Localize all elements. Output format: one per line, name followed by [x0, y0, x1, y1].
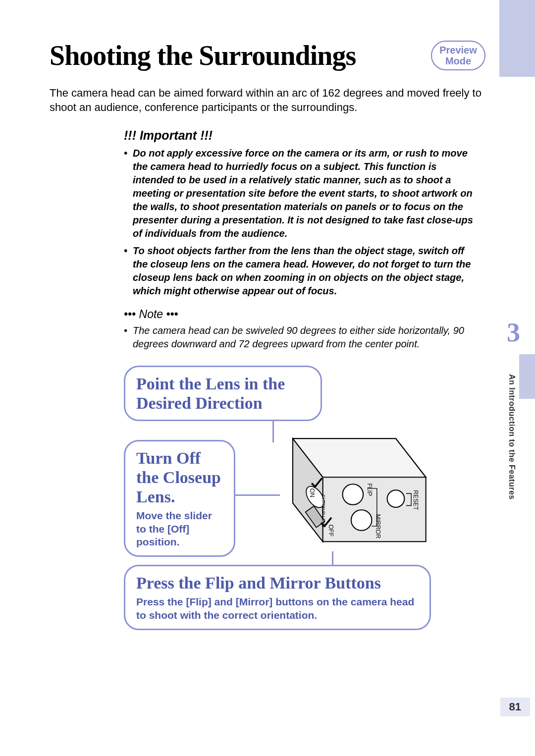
- header-row: Shooting the Surroundings Preview Mode: [50, 40, 485, 71]
- svg-point-5: [343, 484, 364, 505]
- camera-head-illustration: ON OFF CLOSEUP LENS FLIP MIRROR RESET: [258, 430, 431, 559]
- device-label-on: ON: [309, 488, 316, 497]
- device-label-reset: RESET: [412, 490, 419, 511]
- note-item: The camera head can be swiveled 90 degre…: [124, 324, 476, 351]
- step-title: Point the Lens in the Desired Direction: [136, 374, 310, 413]
- page-content: Shooting the Surroundings Preview Mode T…: [0, 0, 535, 653]
- step-box-flip-mirror: Press the Flip and Mirror Buttons Press …: [124, 565, 431, 630]
- svg-point-6: [351, 510, 372, 531]
- important-heading: !!! Important !!!: [124, 128, 476, 143]
- page-number: 81: [500, 698, 530, 716]
- device-label-mirror: MIRROR: [374, 514, 381, 539]
- device-label-off: OFF: [327, 525, 334, 537]
- step-title: Press the Flip and Mirror Buttons: [136, 573, 419, 593]
- svg-point-7: [387, 490, 405, 508]
- step-subtitle: Press the [Flip] and [Mirror] buttons on…: [136, 595, 419, 622]
- step-box-point-lens: Point the Lens in the Desired Direction: [124, 366, 322, 421]
- step-subtitle: Move the slider to the [Off] position.: [136, 509, 223, 548]
- step-box-closeup-lens: Turn Off the Closeup Lens. Move the slid…: [124, 440, 235, 557]
- diagram-area: Point the Lens in the Desired Direction …: [124, 366, 485, 653]
- important-item: To shoot objects farther from the lens t…: [124, 244, 476, 298]
- note-list: The camera head can be swiveled 90 degre…: [124, 324, 476, 351]
- note-block: ••• Note ••• The camera head can be swiv…: [124, 308, 476, 351]
- important-list: Do not apply excessive force on the came…: [124, 147, 476, 298]
- device-label-closeup: CLOSEUP LENS: [321, 494, 326, 527]
- intro-paragraph: The camera head can be aimed forward wit…: [50, 86, 485, 114]
- mode-badge: Preview Mode: [431, 41, 485, 70]
- top-color-tab: [499, 0, 535, 77]
- side-color-tab: [519, 354, 535, 399]
- chapter-number: 3: [507, 317, 520, 348]
- page-title: Shooting the Surroundings: [50, 40, 356, 71]
- important-block: !!! Important !!! Do not apply excessive…: [124, 128, 476, 298]
- important-item: Do not apply excessive force on the came…: [124, 147, 476, 240]
- side-section-label: An Introduction to the Features: [507, 374, 516, 500]
- device-label-flip: FLIP: [366, 484, 373, 496]
- note-heading: ••• Note •••: [124, 308, 476, 321]
- step-title: Turn Off the Closeup Lens.: [136, 448, 223, 506]
- device-svg: ON OFF CLOSEUP LENS FLIP MIRROR RESET: [258, 430, 431, 559]
